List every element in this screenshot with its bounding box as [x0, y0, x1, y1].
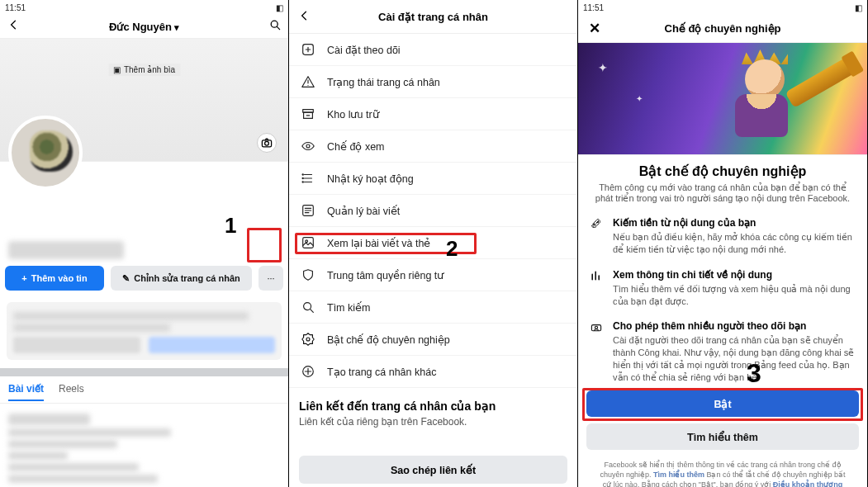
tab-posts[interactable]: Bài viết [8, 383, 44, 401]
camera-icon[interactable] [257, 133, 277, 153]
svg-point-2 [265, 141, 269, 145]
edit-profile-label: Chỉnh sửa trang cá nhân [134, 273, 240, 284]
feature-insights: Xem thông tin chi tiết về nội dung Tìm h… [588, 262, 857, 314]
settings-item-label: Trạng thái trang cá nhân [327, 76, 440, 88]
svg-point-14 [306, 338, 310, 341]
copy-link-button[interactable]: Sao chép liên kết [299, 456, 567, 484]
feature-title: Kiếm tiền từ nội dung của bạn [613, 217, 856, 229]
settings-item-label: Kho lưu trữ [327, 108, 379, 121]
close-icon[interactable]: ✕ [586, 20, 603, 37]
settings-item-label: Nhật ký hoạt động [327, 173, 414, 185]
followers-icon [590, 320, 605, 383]
more-button[interactable]: ··· [259, 266, 283, 291]
highlight-box-1 [247, 228, 282, 262]
shield-icon [301, 267, 315, 282]
status-time: 11:51 [5, 3, 26, 12]
hero-illustration [578, 43, 867, 155]
learn-more-label: Tìm hiểu thêm [687, 431, 758, 443]
settings-item-label: Trung tâm quyền riêng tư [327, 269, 443, 281]
chart-icon [590, 269, 605, 308]
settings-item-activity-log[interactable]: Nhật ký hoạt động [289, 163, 577, 195]
learn-more-button[interactable]: Tìm hiểu thêm [586, 423, 859, 450]
avatar[interactable] [8, 116, 83, 190]
back-icon[interactable] [7, 18, 20, 35]
link-section-title: Liên kết đến trang cá nhân của bạn [299, 400, 567, 413]
divider [0, 368, 288, 376]
settings-item-label: Tạo trang cá nhân khác [327, 366, 436, 378]
pencil-icon: ✎ [122, 273, 130, 284]
search-icon[interactable] [268, 18, 282, 35]
settings-item-view-as[interactable]: Chế độ xem [289, 130, 577, 163]
status-bar: 11:51 ◧ [578, 0, 867, 15]
svg-point-13 [304, 303, 311, 310]
feature-desc: Tìm hiểu thêm về đối tượng và xem hiệu q… [613, 283, 856, 308]
eye-icon [301, 139, 315, 154]
feature-desc: Nếu bạn đủ điều kiện, hãy mở khóa các cô… [613, 231, 856, 256]
status-icons: ◧ [276, 3, 283, 12]
pro-mode-header: ✕ Chế độ chuyên nghiệp [578, 15, 867, 43]
link-section-desc: Liên kết của riêng bạn trên Facebook. [299, 416, 567, 428]
feature-title: Xem thông tin chi tiết về nội dung [613, 269, 856, 281]
settings-item-create-profile[interactable]: Tạo trang cá nhân khác [289, 356, 577, 388]
footnote: Facebook sẽ hiển thị thêm thông tin về c… [586, 456, 859, 487]
footnote-link-learn-more[interactable]: Tìm hiểu thêm [653, 470, 704, 479]
follow-icon [301, 42, 315, 57]
page-title[interactable]: Đức Nguyên [26, 21, 262, 33]
settings-item-privacy-center[interactable]: Trung tâm quyền riêng tư [289, 259, 577, 291]
add-to-story-button[interactable]: + Thêm vào tin [5, 266, 104, 291]
settings-item-archive[interactable]: Kho lưu trữ [289, 98, 577, 130]
settings-item-label: Bật chế độ chuyên nghiệp [327, 333, 450, 346]
step-number-1: 1 [225, 213, 236, 239]
badge-icon [301, 332, 315, 347]
pro-mode-screen: 11:51 ◧ ✕ Chế độ chuyên nghiệp Bật chế đ… [578, 0, 868, 487]
settings-item-status[interactable]: Trạng thái trang cá nhân [289, 66, 577, 98]
blurred-card [7, 302, 282, 360]
list-icon [301, 171, 315, 186]
money-icon: 🗞 [590, 217, 605, 256]
settings-item-follow[interactable]: Cài đặt theo dõi [289, 34, 577, 66]
promo-heading: Bật chế độ chuyên nghiệp [590, 163, 856, 179]
search-icon [301, 300, 315, 314]
profile-name-blurred [8, 241, 124, 259]
settings-item-manage-posts[interactable]: Quản lý bài viết [289, 195, 577, 227]
tab-reels[interactable]: Reels [59, 383, 84, 401]
alert-icon [301, 74, 315, 89]
settings-item-search[interactable]: Tìm kiếm [289, 291, 577, 324]
feature-list: 🗞 Kiếm tiền từ nội dung của bạn Nếu bạn … [578, 207, 867, 394]
settings-item-pro-mode[interactable]: Bật chế độ chuyên nghiệp [289, 324, 577, 356]
feature-monetize: 🗞 Kiếm tiền từ nội dung của bạn Nếu bạn … [588, 210, 857, 262]
step-number-3: 3 [747, 358, 761, 389]
svg-point-17 [595, 327, 597, 329]
plus-icon: + [21, 273, 26, 283]
blurred-pill [149, 337, 276, 353]
settings-item-label: Quản lý bài viết [327, 205, 400, 217]
promo-block: Bật chế độ chuyên nghiệp Thêm công cụ mớ… [578, 155, 867, 207]
posts-icon [301, 203, 315, 218]
status-bar: 11:51 ◧ [0, 0, 288, 15]
svg-point-8 [302, 177, 303, 178]
archive-icon [301, 106, 315, 121]
svg-point-6 [306, 144, 310, 148]
pro-mode-title: Chế độ chuyên nghiệp [603, 22, 842, 35]
details-blurred [0, 404, 288, 487]
profile-settings-screen: Cài đặt trang cá nhân Cài đặt theo dõi T… [289, 0, 578, 487]
link-section: Liên kết đến trang cá nhân của bạn Liên … [289, 388, 577, 434]
image-icon: ▣ [113, 65, 121, 74]
step-number-2: 2 [446, 236, 458, 262]
profile-tabs: Bài viết Reels [0, 376, 288, 404]
status-time: 11:51 [583, 3, 604, 12]
highlight-box-3 [582, 388, 863, 421]
settings-list: Cài đặt theo dõi Trạng thái trang cá nhâ… [289, 33, 577, 388]
back-icon[interactable] [297, 9, 311, 25]
feature-title: Cho phép thêm nhiều người theo dõi bạn [613, 320, 856, 332]
add-cover-button[interactable]: ▣ Thêm ảnh bìa [108, 64, 180, 76]
settings-item-label: Cài đặt theo dõi [327, 44, 401, 56]
svg-point-9 [302, 182, 303, 182]
promo-sub: Thêm công cụ mới vào trang cá nhân của b… [590, 182, 856, 204]
settings-item-label: Chế độ xem [327, 140, 385, 153]
profile-screen: 11:51 ◧ Đức Nguyên ▣ Thêm ảnh bìa + Thêm… [0, 0, 289, 487]
profile-header: Đức Nguyên [0, 15, 288, 38]
more-label: ··· [267, 273, 274, 283]
edit-profile-button[interactable]: ✎ Chỉnh sửa trang cá nhân [111, 266, 252, 291]
settings-title: Cài đặt trang cá nhân [311, 11, 556, 23]
